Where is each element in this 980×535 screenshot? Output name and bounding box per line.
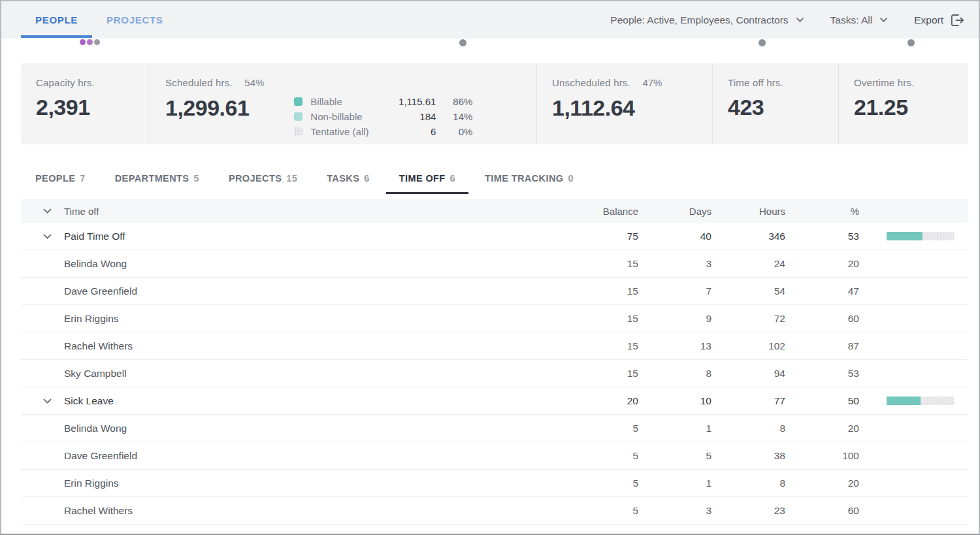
non-billable-swatch bbox=[294, 112, 302, 121]
percent-cell: 53 bbox=[785, 368, 859, 380]
hours-cell: 24 bbox=[711, 258, 785, 270]
column-header-hours[interactable]: Hours bbox=[711, 206, 785, 217]
filter-bar: People: Active, Employees, Contractors T… bbox=[610, 1, 964, 39]
percent-cell: 60 bbox=[785, 313, 859, 325]
days-cell: 3 bbox=[638, 505, 711, 517]
export-button[interactable]: Export bbox=[914, 14, 964, 27]
top-bar: PEOPLE PROJECTS People: Active, Employee… bbox=[1, 1, 979, 39]
table-row[interactable]: Paid Time Off 75 40 346 53 bbox=[21, 223, 968, 250]
overtime-card: Overtime hrs. 21.25 bbox=[838, 63, 968, 144]
section-tab-tasks[interactable]: TASKS6 bbox=[314, 165, 383, 194]
table-row[interactable]: Rachel Withers 15 13 102 87 bbox=[21, 332, 968, 360]
section-tab-time-tracking[interactable]: TIME TRACKING0 bbox=[472, 165, 587, 194]
chevron-down-icon bbox=[879, 17, 888, 23]
balance-cell: 15 bbox=[566, 258, 638, 270]
days-cell: 7 bbox=[638, 285, 711, 297]
export-icon bbox=[950, 14, 964, 27]
unscheduled-value: 1,112.64 bbox=[552, 95, 712, 121]
resource-report-page: { "topbar": { "tabs": [ { "label": "PEOP… bbox=[0, 0, 980, 535]
tab-projects[interactable]: PROJECTS bbox=[92, 1, 177, 39]
days-cell: 8 bbox=[638, 368, 711, 380]
chevron-down-icon[interactable] bbox=[43, 398, 52, 404]
scheduled-label: Scheduled hrs. bbox=[165, 77, 233, 88]
section-tab-time-off[interactable]: TIME OFF6 bbox=[386, 165, 468, 194]
people-filter-dropdown[interactable]: People: Active, Employees, Contractors bbox=[610, 14, 804, 26]
tab-label: TIME OFF bbox=[399, 173, 446, 184]
legend-value: 184 bbox=[384, 111, 436, 122]
balance-cell: 5 bbox=[566, 505, 638, 517]
person-marker-dot[interactable] bbox=[78, 38, 87, 46]
percent-cell: 20 bbox=[785, 258, 859, 270]
utilization-bar bbox=[887, 232, 954, 240]
billable-swatch bbox=[294, 97, 302, 106]
tab-label: DEPARTMENTS bbox=[115, 173, 189, 184]
section-tab-projects[interactable]: PROJECTS15 bbox=[216, 165, 310, 194]
tab-count: 6 bbox=[364, 173, 369, 184]
balance-cell: 20 bbox=[566, 395, 638, 407]
chevron-down-icon bbox=[796, 17, 804, 23]
chevron-down-icon bbox=[43, 208, 52, 214]
hours-cell: 102 bbox=[711, 340, 785, 352]
legend-value: 6 bbox=[384, 126, 436, 137]
chevron-down-icon[interactable] bbox=[43, 234, 52, 239]
section-marker-dot[interactable] bbox=[459, 39, 466, 46]
unscheduled-label: Unscheduled hrs. bbox=[552, 77, 630, 88]
column-header-name[interactable]: Time off bbox=[64, 206, 566, 217]
legend-row-non-billable: Non-billable 184 14% bbox=[294, 109, 472, 124]
tentative-swatch bbox=[294, 127, 302, 136]
report-section-tabs: PEOPLE7 DEPARTMENTS5 PROJECTS15 TASKS6 T… bbox=[22, 165, 979, 194]
table-row[interactable]: Dave Greenfield 5 5 38 100 bbox=[21, 442, 968, 470]
days-cell: 1 bbox=[638, 423, 711, 434]
column-header-balance[interactable]: Balance bbox=[566, 206, 638, 217]
section-marker-dot[interactable] bbox=[759, 39, 766, 46]
days-cell: 1 bbox=[638, 478, 711, 489]
balance-cell: 75 bbox=[566, 231, 638, 242]
legend-percent: 86% bbox=[436, 96, 472, 107]
legend-label: Billable bbox=[310, 96, 384, 107]
legend-percent: 14% bbox=[436, 111, 472, 122]
days-cell: 10 bbox=[638, 395, 711, 407]
table-row[interactable]: Dave Greenfield 15 7 54 47 bbox=[21, 278, 968, 305]
tab-people[interactable]: PEOPLE bbox=[21, 1, 92, 39]
time-off-value: 423 bbox=[728, 95, 838, 120]
utilization-bar-fill bbox=[887, 397, 921, 405]
scheduled-card: Scheduled hrs. 54% 1,299.61 Billable 1,1… bbox=[150, 63, 536, 144]
overtime-label: Overtime hrs. bbox=[854, 77, 968, 88]
section-marker-dot[interactable] bbox=[907, 39, 915, 46]
hours-cell: 77 bbox=[711, 395, 785, 407]
table-row[interactable]: Sick Leave 20 10 77 50 bbox=[21, 387, 968, 415]
section-tab-departments[interactable]: DEPARTMENTS5 bbox=[102, 165, 212, 194]
utilization-bar bbox=[887, 397, 954, 405]
tab-count: 7 bbox=[80, 173, 85, 184]
utilization-bar-fill bbox=[887, 232, 923, 240]
table-row[interactable]: Belinda Wong 15 3 24 20 bbox=[21, 250, 968, 278]
table-row[interactable]: Belinda Wong 5 1 8 20 bbox=[21, 415, 968, 442]
people-filter-label: People: Active, Employees, Contractors bbox=[610, 14, 788, 26]
scheduled-percent: 54% bbox=[244, 77, 264, 88]
row-name: Dave Greenfield bbox=[64, 285, 566, 297]
tab-label: PROJECTS bbox=[229, 173, 282, 184]
section-tab-people[interactable]: PEOPLE7 bbox=[22, 165, 99, 194]
scheduled-legend: Billable 1,115.61 86% Non-billable 184 1… bbox=[294, 94, 472, 144]
tab-label: TASKS bbox=[327, 173, 359, 184]
tab-count: 6 bbox=[450, 173, 455, 184]
hours-cell: 23 bbox=[711, 505, 785, 517]
days-cell: 40 bbox=[638, 231, 711, 242]
percent-cell: 20 bbox=[785, 423, 859, 434]
summary-bar: Capacity hrs. 2,391 Scheduled hrs. 54% 1… bbox=[21, 63, 968, 144]
overtime-value: 21.25 bbox=[854, 95, 968, 120]
table-row[interactable]: Erin Riggins 5 1 8 20 bbox=[21, 470, 968, 497]
table-row[interactable]: Sky Campbell 15 8 94 53 bbox=[21, 360, 968, 387]
table-row[interactable]: Erin Riggins 15 9 72 60 bbox=[21, 305, 968, 332]
collapse-all-control[interactable] bbox=[21, 208, 64, 214]
row-name: Rachel Withers bbox=[64, 505, 566, 517]
row-name: Dave Greenfield bbox=[64, 450, 566, 462]
column-header-percent[interactable]: % bbox=[785, 206, 859, 217]
days-cell: 9 bbox=[638, 313, 711, 325]
table-row[interactable]: Rachel Withers 5 3 23 60 bbox=[21, 497, 968, 525]
column-header-days[interactable]: Days bbox=[638, 206, 711, 217]
table-body: Paid Time Off 75 40 346 53 Belinda Wong … bbox=[21, 223, 968, 525]
hours-cell: 8 bbox=[711, 478, 785, 489]
time-off-table: Time off Balance Days Hours % Paid Time … bbox=[21, 199, 968, 525]
tasks-filter-dropdown[interactable]: Tasks: All bbox=[830, 14, 889, 26]
